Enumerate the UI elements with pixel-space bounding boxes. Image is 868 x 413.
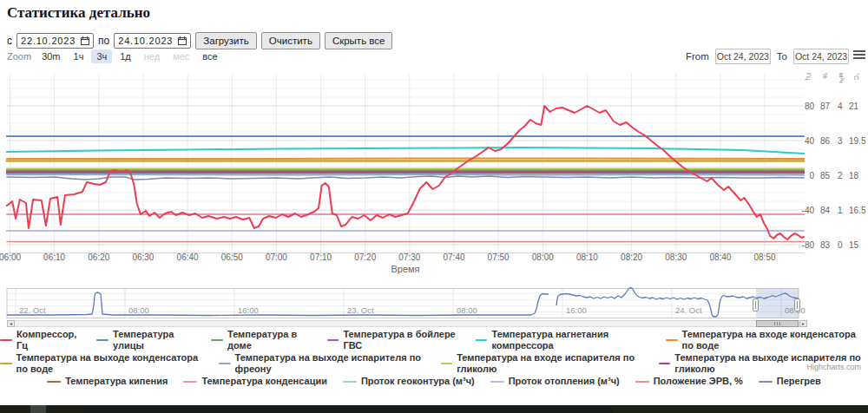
zoom-label: Zoom [7,51,31,62]
legend-marker [635,381,649,383]
legend-item-t-cond-out[interactable]: Температура на выходе конденсатора по во… [0,352,203,375]
legend-marker [211,339,223,341]
legend-item-flow-heating[interactable]: Проток отопления (м³ч) [490,376,620,387]
taskbar-segment [612,405,868,413]
date-from-input[interactable]: 22.10.2023 [16,33,94,49]
legend-marker [476,339,488,341]
legend-item-t-discharge[interactable]: Температура нагнетания компрессора [476,329,650,351]
range-inputs: From To [686,49,849,64]
x-tick-label: 06:00 [0,252,21,262]
zoom-button-1ч[interactable]: 1ч [69,49,89,63]
legend-label: Температура на входе испарителя по глико… [457,352,643,375]
legend-item-compressor[interactable]: Компрессор, Гц [0,329,81,351]
scrollbar-right-arrow[interactable]: ► [799,320,807,327]
zoom-button-30m[interactable]: 30m [36,49,65,63]
legend-label: Температура на выходе испарителя по фрео… [235,352,425,375]
x-tick-label: 06:40 [177,252,199,262]
legend-label: Перегрев [777,376,821,387]
zoom-button-все[interactable]: все [197,49,222,63]
calendar-icon[interactable] [178,36,187,45]
zoom-row: Zoom 30m1ч3ч1днедмесвсе [7,49,223,63]
legend-marker [490,381,504,383]
legend-item-t-condensation[interactable]: Температура конденсации [183,376,327,387]
navigator-label: 16:00 [566,305,587,315]
legend-item-t-boiling[interactable]: Температура кипения [47,376,168,387]
series-t-evap-freon [7,174,804,175]
y-tick-label: 18 [849,171,859,180]
legend-row: Температура кипенияТемпература конденсац… [47,376,821,387]
date-to-value: 24.10.2023 [118,36,173,46]
y-axis-unit-icon: °C [852,73,860,81]
legend-item-t-house[interactable]: Температура в доме [211,329,311,351]
scrollbar-track[interactable] [15,320,799,327]
y-tick-label: 0 [838,240,843,250]
load-button[interactable]: Загрузить [195,32,257,49]
range-to-input[interactable] [793,49,849,64]
legend-item-t-boiler[interactable]: Температура в бойлере ГВС [327,329,460,351]
clear-button[interactable]: Очистить [261,32,320,49]
legend-marker [219,363,231,364]
y-tick-label: 16.5 [849,206,866,215]
taskbar-segment [30,405,46,413]
x-tick-label: 06:20 [88,252,109,262]
navigator-handle-right[interactable] [794,298,800,311]
zoom-button-нед: нед [139,49,165,63]
navigator-handle-left[interactable] [753,298,759,311]
legend-label: Положение ЭРВ, % [654,376,743,387]
range-from-label: From [686,51,709,62]
zoom-buttons: 30m1ч3ч1днедмесвсе [36,49,223,63]
navigator-label: 16:00 [238,305,259,315]
date-to-input[interactable]: 24.10.2023 [114,33,191,49]
date-from-label: с [7,35,12,47]
navigator-label: 24. Oct [675,305,702,315]
range-from-input[interactable] [715,49,771,64]
legend-label: Температура в доме [227,329,312,351]
y-tick-label: 21 [849,102,859,111]
y-tick-label: 85 [820,171,831,180]
legend-label: Проток геоконтура (м³ч) [361,376,475,387]
legend-item-erv-position[interactable]: Положение ЭРВ, % [635,376,743,387]
scrollbar-left-arrow[interactable]: ◄ [7,320,15,327]
y-tick-label: 3 [838,136,843,146]
x-axis-title: Время [391,264,419,274]
calendar-icon[interactable] [81,36,89,45]
legend-label: Проток отопления (м³ч) [509,376,620,387]
scrollbar-thumb[interactable] [756,320,799,327]
menu-icon[interactable] [853,50,865,61]
legend-item-t-evap-freon[interactable]: Температура на выходе испарителя по фрео… [219,352,425,375]
zoom-button-3ч[interactable]: 3ч [91,49,112,63]
range-to-label: To [777,51,787,62]
x-tick-label: 08:40 [709,252,731,262]
hide-all-button[interactable]: Скрыть все [325,32,393,49]
legend-item-superheat[interactable]: Перегрев [759,376,821,387]
navigator-label: 08:00 [457,305,477,315]
y-tick-label: 83 [820,240,831,250]
navigator-label: 08:00 [128,305,149,315]
x-tick-label: 06:30 [132,252,154,262]
taskbar-edge [0,405,868,413]
legend-item-t-cond-in[interactable]: Температура на входе конденсатора по вод… [666,329,868,351]
x-tick-label: 08:20 [621,252,642,262]
x-tick-label: 07:00 [266,252,287,262]
x-tick-label: 08:50 [753,252,775,262]
y-tick-label: 2 [838,171,843,180]
zoom-button-1д[interactable]: 1д [115,49,136,63]
y-tick-label: 0 [809,171,814,180]
navigator-selected-range[interactable] [756,289,799,318]
page-title: Статистика детально [7,4,150,22]
legend-row: Температура на выходе конденсатора по во… [0,352,868,375]
y-tick-label: -40 [802,206,815,215]
series-superheat [7,176,804,180]
highcharts-credit[interactable]: Highcharts.com [806,363,861,371]
legend-marker [0,363,12,364]
date-from-value: 22.10.2023 [21,36,76,46]
navigator-label: 23. Oct [347,305,374,315]
legend-item-flow-geo[interactable]: Проток геоконтура (м³ч) [343,376,475,387]
legend-item-t-evap-glycol-in[interactable]: Температура на входе испарителя по глико… [441,352,643,375]
y-tick-label: 80 [805,102,815,111]
y-tick-label: 86 [820,136,831,146]
legend-marker [47,381,61,383]
x-tick-label: 06:50 [221,252,243,262]
legend-item-t-street[interactable]: Температура улицы [96,329,195,351]
date-controls: с 22.10.2023 по 24.10.2023 Загрузить Очи… [7,32,392,49]
